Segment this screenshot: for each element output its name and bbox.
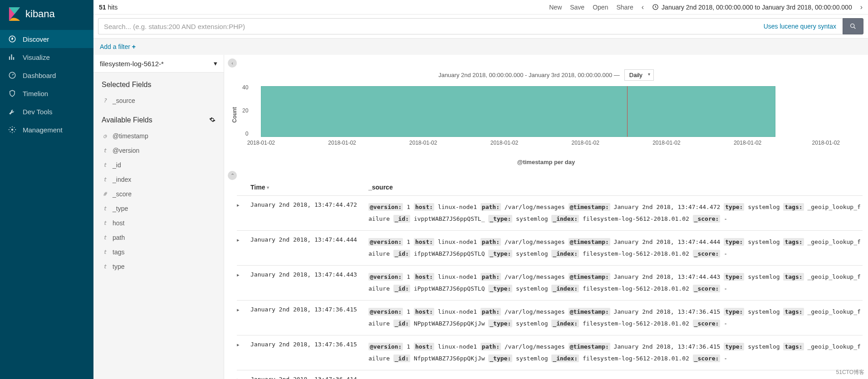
field-key: _type: (488, 250, 512, 258)
hits-count: 51 hits (99, 4, 118, 11)
sidebar: kibana DiscoverVisualizeDashboardTimelio… (0, 0, 93, 379)
field-key: _score: (693, 215, 721, 223)
nav-management[interactable]: Management (0, 121, 93, 139)
nav-label: Dashboard (23, 72, 56, 79)
field-type-icon: # (102, 191, 108, 197)
cell-time: January 2nd 2018, 13:47:36.415 (250, 341, 368, 348)
field-tags[interactable]: ttags (93, 245, 224, 259)
field-key: type: (724, 238, 744, 246)
compass-icon (8, 35, 16, 43)
dropdown-caret-icon: ▾ (214, 59, 217, 68)
time-range-text: January 2nd 2018, 00:00:00.000 to Januar… (662, 4, 852, 11)
topbar: 51 hits New Save Open Share ‹ January 2n… (93, 0, 868, 15)
search-icon (849, 23, 857, 30)
nav-discover[interactable]: Discover (0, 30, 93, 48)
svg-point-4 (851, 24, 854, 28)
cell-time: January 2nd 2018, 13:47:44.444 (250, 236, 368, 243)
field-name: path (113, 234, 125, 241)
field-type-icon: t (102, 263, 108, 270)
field-name: _source (113, 97, 135, 104)
field-type[interactable]: ttype (93, 259, 224, 274)
available-fields-title: Available Fields (102, 116, 152, 124)
expand-row-button[interactable]: ▸ (237, 236, 250, 243)
collapse-fields-button[interactable]: ‹ (228, 58, 237, 68)
time-next-icon[interactable]: › (860, 3, 863, 11)
nav-dev-tools[interactable]: Dev Tools (0, 102, 93, 121)
new-button[interactable]: New (549, 4, 562, 11)
nav-timelion[interactable]: Timelion (0, 84, 93, 102)
expand-row-button[interactable]: ▸ (237, 341, 250, 348)
interval-select[interactable]: Daily (624, 69, 654, 81)
kibana-logo-icon (8, 6, 21, 22)
gear-icon (8, 126, 16, 134)
expand-row-button[interactable]: ▸ (237, 271, 250, 278)
x-axis-ticks: 2018-01-022018-01-022018-01-022018-01-02… (261, 140, 775, 146)
selected-fields-title: Selected Fields (93, 73, 224, 93)
field-name: @timestamp (113, 132, 148, 140)
share-button[interactable]: Share (616, 4, 633, 11)
x-tick: 2018-01-02 (409, 140, 437, 146)
expand-row-button[interactable]: ▸ (237, 306, 250, 313)
field-key: @timestamp: (569, 203, 610, 211)
column-source[interactable]: _source (368, 184, 863, 191)
collapse-chart-button[interactable]: ⌃ (228, 171, 237, 180)
field-name: host (113, 219, 124, 227)
field-score[interactable]: #_score (93, 187, 224, 201)
add-filter-button[interactable]: Add a filter + (100, 43, 136, 50)
nav-label: Visualize (23, 53, 50, 61)
sort-desc-icon: ▾ (267, 185, 269, 190)
field-source[interactable]: ?_source (93, 93, 224, 108)
nav-label: Timelion (23, 90, 48, 97)
cell-source: @version: 1 host: linux-node1 path: /var… (368, 306, 863, 330)
x-tick: 2018-01-02 (571, 140, 599, 146)
field-key: host: (414, 343, 434, 350)
logo-row[interactable]: kibana (0, 0, 93, 30)
column-time[interactable]: Time ▾ (250, 184, 368, 191)
field-type-icon: t (102, 147, 108, 154)
field-name: _index (113, 176, 131, 183)
histogram-chart[interactable]: Count 40 20 0 2018-01-022018-01-022018-0… (224, 84, 868, 157)
fields-settings-button[interactable] (209, 117, 216, 124)
field-type-icon: t (102, 162, 108, 168)
field-id[interactable]: t_id (93, 158, 224, 172)
lucene-syntax-link[interactable]: Uses lucene query syntax (757, 18, 843, 34)
field-path[interactable]: tpath (93, 230, 224, 245)
time-marker (627, 86, 628, 137)
field-key: @version: (368, 273, 403, 281)
search-input[interactable] (98, 18, 757, 34)
nav-visualize[interactable]: Visualize (0, 48, 93, 66)
field-key: tags: (783, 238, 804, 246)
field-key: _type: (488, 355, 512, 362)
expand-row-button[interactable]: ▸ (237, 376, 250, 379)
field-key: tags: (783, 343, 804, 350)
documents-table: Time ▾ _source ▸ January 2nd 2018, 13:47… (224, 180, 868, 379)
nav-dashboard[interactable]: Dashboard (0, 66, 93, 84)
index-pattern-value: filesystem-log-5612-* (100, 60, 164, 68)
search-button[interactable] (843, 18, 863, 34)
field-key: tags: (783, 308, 804, 316)
field-version[interactable]: t@version (93, 143, 224, 158)
field-key: @version: (368, 238, 403, 246)
field-type-icon: t (102, 205, 108, 212)
histogram-bar[interactable] (261, 86, 775, 137)
expand-row-button[interactable]: ▸ (237, 201, 250, 208)
time-prev-icon[interactable]: ‹ (642, 3, 644, 11)
field-key: path: (481, 238, 501, 246)
field-host[interactable]: thost (93, 216, 224, 230)
field-index[interactable]: t_index (93, 172, 224, 187)
time-range[interactable]: January 2nd 2018, 00:00:00.000 to Januar… (652, 4, 852, 11)
open-button[interactable]: Open (593, 4, 608, 11)
field-type-icon: t (102, 249, 108, 255)
field-key: path: (481, 273, 501, 281)
x-tick: 2018-01-02 (247, 140, 275, 146)
field-type[interactable]: t_type (93, 201, 224, 216)
x-tick-extra: 2018-01-02 (812, 140, 840, 146)
table-row: ▸ January 2nd 2018, 13:47:44.472 @versio… (237, 196, 863, 231)
index-pattern-select[interactable]: filesystem-log-5612-* ▾ (93, 55, 224, 73)
field-key: host: (414, 238, 434, 246)
save-button[interactable]: Save (570, 4, 584, 11)
field-timestamp[interactable]: ◷@timestamp (93, 129, 224, 143)
field-key: _id: (393, 215, 410, 223)
field-key: path: (481, 203, 501, 211)
nav-label: Dev Tools (23, 108, 53, 116)
